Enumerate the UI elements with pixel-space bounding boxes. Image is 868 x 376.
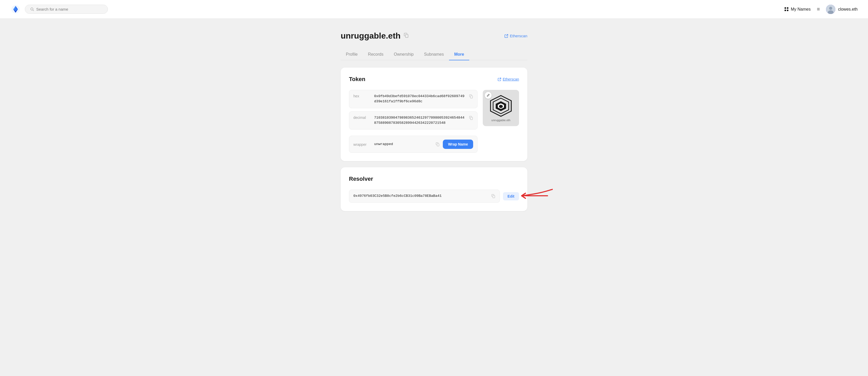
decimal-copy-icon[interactable] bbox=[469, 115, 473, 121]
resolver-field-container: 0x4976fb03C32e5B8cfe2b6cCB31c09Ba78EBaBa… bbox=[349, 190, 519, 203]
my-names-button[interactable]: My Names bbox=[784, 7, 810, 12]
page-header: unruggable.eth Etherscan bbox=[341, 31, 527, 41]
svg-rect-7 bbox=[470, 117, 473, 119]
tabs: Profile Records Ownership Subnames More bbox=[341, 49, 527, 60]
resolver-field-row: 0x4976fb03C32e5B8cfe2b6cCB31c09Ba78EBaBa… bbox=[349, 190, 500, 203]
wrap-name-button[interactable]: Wrap Name bbox=[443, 140, 473, 149]
resolver-value: 0x4976fb03C32e5B8cfe2b6cCB31c09Ba78EBaBa… bbox=[353, 194, 488, 199]
main-content: unruggable.eth Etherscan Profile Records… bbox=[336, 19, 532, 230]
resolver-copy-icon[interactable] bbox=[491, 194, 495, 199]
decimal-label: decimal bbox=[353, 115, 374, 119]
resolver-card: Resolver 0x4976fb03C32e5B8cfe2b6cCB31c09… bbox=[341, 167, 527, 211]
etherscan-top-link[interactable]: Etherscan bbox=[504, 34, 527, 38]
hex-copy-icon[interactable] bbox=[469, 94, 473, 99]
header: My Names ≡ clowes.eth bbox=[0, 0, 868, 19]
hex-value: 0x0fb49d3befd591078ec044334b6cad68f02609… bbox=[374, 94, 466, 104]
search-icon bbox=[30, 7, 34, 11]
token-card-header: Token Etherscan bbox=[349, 76, 519, 82]
wrapper-value: unwrapped bbox=[374, 142, 432, 147]
hex-label: hex bbox=[353, 94, 374, 98]
resolver-card-header: Resolver bbox=[349, 176, 519, 182]
tab-more[interactable]: More bbox=[449, 49, 469, 60]
svg-point-3 bbox=[829, 7, 832, 10]
avatar bbox=[826, 5, 835, 14]
grid-icon bbox=[784, 7, 789, 11]
ens-logo[interactable] bbox=[10, 4, 21, 14]
header-left bbox=[10, 4, 108, 14]
tab-profile[interactable]: Profile bbox=[341, 49, 363, 60]
tab-ownership[interactable]: Ownership bbox=[389, 49, 419, 60]
etherscan-card-link[interactable]: Etherscan bbox=[498, 77, 519, 81]
nft-label: unruggable.eth bbox=[491, 118, 510, 122]
copy-title-icon[interactable] bbox=[404, 33, 409, 39]
search-bar[interactable] bbox=[25, 5, 108, 14]
resolver-card-title: Resolver bbox=[349, 176, 373, 182]
nft-preview: unruggable.eth bbox=[483, 90, 519, 126]
wrapper-label: wrapper bbox=[353, 142, 374, 146]
header-right: My Names ≡ clowes.eth bbox=[784, 5, 858, 14]
external-link-small-icon bbox=[498, 78, 501, 81]
my-names-label: My Names bbox=[791, 7, 810, 12]
decimal-value: 7103810390479898365246129770980053924654… bbox=[374, 115, 466, 126]
decimal-field-row: decimal 71038103904798983652461297709800… bbox=[349, 111, 477, 130]
svg-rect-8 bbox=[437, 143, 439, 146]
token-card: Token Etherscan hex 0x0fb49d3befd591078e… bbox=[341, 68, 527, 161]
hamburger-menu[interactable]: ≡ bbox=[817, 6, 820, 12]
token-content: hex 0x0fb49d3befd591078ec044334b6cad68f0… bbox=[349, 90, 519, 153]
hex-field-row: hex 0x0fb49d3befd591078ec044334b6cad68f0… bbox=[349, 90, 477, 108]
svg-rect-14 bbox=[493, 196, 495, 198]
red-arrow-annotation bbox=[517, 188, 553, 205]
wrapper-copy-icon[interactable] bbox=[436, 142, 440, 147]
svg-rect-5 bbox=[405, 34, 408, 38]
nft-token-icon bbox=[489, 94, 513, 117]
tab-records[interactable]: Records bbox=[363, 49, 389, 60]
external-link-icon bbox=[504, 34, 508, 38]
svg-rect-6 bbox=[470, 96, 473, 98]
token-card-title: Token bbox=[349, 76, 365, 82]
user-profile[interactable]: clowes.eth bbox=[826, 5, 858, 14]
token-fields: hex 0x0fb49d3befd591078ec044334b6cad68f0… bbox=[349, 90, 477, 153]
page-title-wrap: unruggable.eth bbox=[341, 31, 409, 41]
username-label: clowes.eth bbox=[838, 7, 858, 12]
etherscan-top-label: Etherscan bbox=[510, 34, 527, 38]
search-input[interactable] bbox=[36, 7, 102, 11]
wrapper-field-row: wrapper unwrapped Wrap Name bbox=[349, 136, 477, 153]
etherscan-card-label: Etherscan bbox=[503, 77, 519, 81]
tab-subnames[interactable]: Subnames bbox=[419, 49, 449, 60]
page-title: unruggable.eth bbox=[341, 31, 401, 41]
nft-edit-icon[interactable] bbox=[485, 92, 492, 99]
